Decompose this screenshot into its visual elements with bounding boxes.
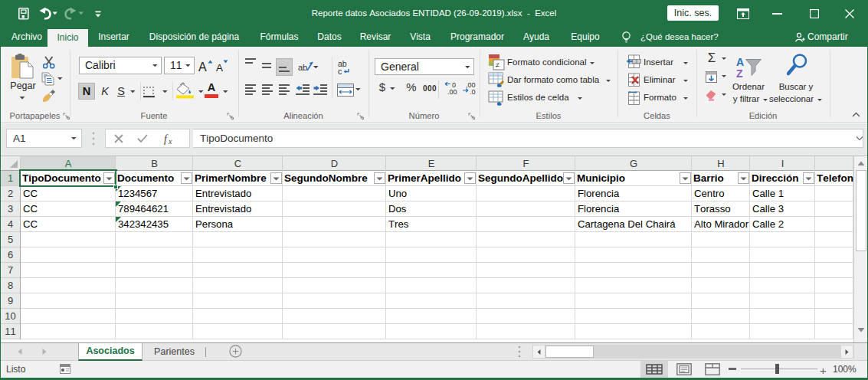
svg-text:,0: ,0 [470, 88, 476, 95]
svg-text:≠: ≠ [496, 61, 500, 69]
svg-text:,00: ,00 [447, 88, 457, 95]
svg-text:Z: Z [736, 67, 743, 78]
svg-text:A: A [216, 62, 223, 74]
svg-text:ab: ab [298, 63, 307, 72]
svg-text:A: A [198, 61, 207, 74]
svg-text:c: c [338, 67, 342, 75]
svg-text:x: x [168, 137, 172, 146]
svg-text:A: A [736, 56, 744, 68]
